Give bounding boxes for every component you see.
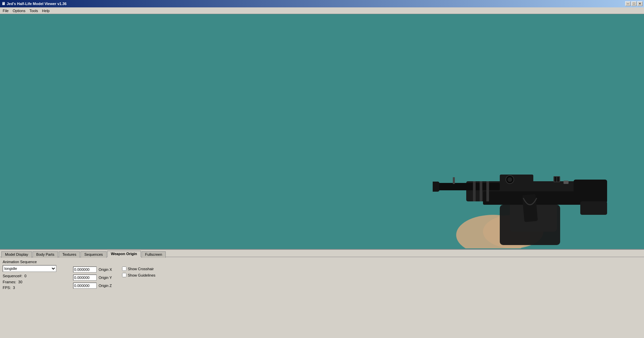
title-bar-left: 🖥 Jed's Half-Life Model Viewer v1.36 [1, 1, 66, 6]
viewport[interactable] [0, 14, 644, 249]
svg-rect-6 [433, 183, 500, 190]
tab-fullscreen[interactable]: Fullscreen [142, 251, 166, 258]
frames-value: 30 [18, 279, 22, 285]
title-controls: ─ □ ✕ [625, 1, 643, 6]
weapon-origin-panel: Animation Sequence longidle idle deploy … [3, 260, 641, 291]
sequence-info: Sequence#: 0 Frames: 30 FPS: 3 [3, 273, 63, 291]
origin-x-label: Origin X [99, 268, 112, 272]
tab-content-weapon-origin: Animation Sequence longidle idle deploy … [0, 257, 644, 338]
show-guidelines-row: Show Guidelines [122, 273, 156, 277]
origin-y-input[interactable] [73, 275, 97, 281]
show-crosshair-checkbox[interactable] [122, 267, 126, 271]
menu-tools[interactable]: Tools [28, 8, 40, 13]
menu-bar: File Options Tools Help [0, 7, 644, 14]
checkbox-section: Show Crosshair Show Guidelines [122, 267, 156, 291]
origin-x-input[interactable] [73, 267, 97, 273]
show-guidelines-checkbox[interactable] [122, 273, 126, 277]
sequence-num-value: 0 [24, 273, 26, 279]
svg-rect-13 [522, 194, 538, 222]
svg-point-10 [507, 177, 512, 182]
animation-sequence-dropdown[interactable]: longidle idle deploy reload shoot1 shoot… [3, 265, 56, 272]
sequence-num-row: Sequence#: 0 [3, 273, 63, 279]
origin-y-row: Origin Y [73, 275, 112, 281]
bottom-panel: Model Display Body Parts Textures Sequen… [0, 249, 644, 338]
close-button[interactable]: ✕ [637, 1, 643, 6]
svg-rect-12 [580, 201, 607, 215]
svg-rect-15 [480, 181, 482, 201]
tab-body-parts[interactable]: Body Parts [33, 251, 58, 258]
origin-z-input[interactable] [73, 283, 97, 289]
svg-rect-7 [433, 182, 439, 192]
fps-value: 3 [13, 285, 15, 291]
tab-textures[interactable]: Textures [59, 251, 80, 258]
tab-weapon-origin[interactable]: Weapon Origin [107, 251, 141, 257]
show-crosshair-label: Show Crosshair [128, 267, 154, 271]
origin-y-label: Origin Y [99, 276, 112, 280]
show-guidelines-label: Show Guidelines [128, 273, 156, 277]
frames-row: Frames: 30 [3, 279, 63, 285]
menu-file[interactable]: File [1, 8, 11, 13]
menu-options[interactable]: Options [11, 8, 28, 13]
svg-rect-19 [554, 177, 556, 182]
origin-inputs-section: Origin X Origin Y Origin Z [73, 267, 112, 291]
origin-x-row: Origin X [73, 267, 112, 273]
title-bar: 🖥 Jed's Half-Life Model Viewer v1.36 ─ □… [0, 0, 644, 7]
show-crosshair-row: Show Crosshair [122, 267, 156, 271]
sequence-num-label: Sequence#: [3, 273, 22, 279]
origin-z-label: Origin Z [99, 284, 112, 288]
menu-help[interactable]: Help [40, 8, 52, 13]
frames-label: Frames: [3, 279, 16, 285]
tab-model-display[interactable]: Model Display [1, 251, 32, 258]
svg-rect-20 [557, 177, 559, 182]
svg-rect-11 [574, 180, 607, 203]
svg-rect-8 [500, 175, 533, 185]
svg-rect-16 [486, 181, 489, 201]
window-title: Jed's Half-Life Model Viewer v1.36 [7, 2, 66, 6]
svg-rect-17 [453, 177, 455, 184]
anim-sequence-label: Animation Sequence [3, 260, 63, 264]
maximize-button[interactable]: □ [631, 1, 637, 6]
origin-z-row: Origin Z [73, 283, 112, 289]
minimize-button[interactable]: ─ [625, 1, 631, 6]
weapon-model [433, 107, 617, 249]
svg-rect-21 [564, 181, 569, 184]
animation-sequence-section: Animation Sequence longidle idle deploy … [3, 260, 63, 291]
svg-rect-14 [473, 181, 476, 201]
tabs-bar: Model Display Body Parts Textures Sequen… [0, 250, 644, 257]
fps-label: FPS: [3, 285, 11, 291]
app-icon: 🖥 [1, 1, 5, 6]
fps-row: FPS: 3 [3, 285, 63, 291]
tab-sequences[interactable]: Sequences [80, 251, 106, 258]
